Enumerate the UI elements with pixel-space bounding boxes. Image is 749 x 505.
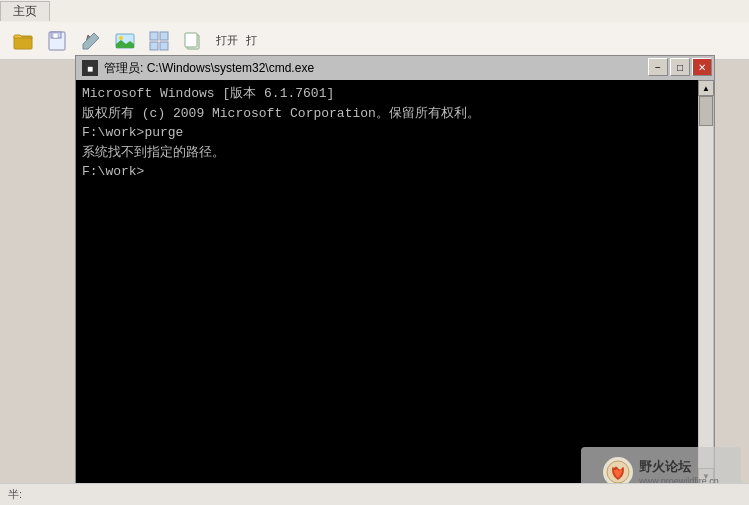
toolbar-open-label: 打开 [216, 33, 238, 48]
svg-rect-7 [160, 32, 168, 40]
cmd-scrollbar[interactable]: ▲ ▼ [698, 80, 714, 484]
toolbar-save-label: 打 [246, 33, 257, 48]
toolbar-btn-copy[interactable] [178, 27, 208, 55]
cmd-window: ■ 管理员: C:\Windows\system32\cmd.exe − □ ✕… [75, 55, 715, 485]
scrollbar-up-arrow[interactable]: ▲ [698, 80, 714, 96]
cmd-line-1: Microsoft Windows [版本 6.1.7601] [82, 84, 692, 104]
close-button[interactable]: ✕ [692, 58, 712, 76]
status-text: 半: [8, 487, 22, 502]
svg-rect-9 [160, 42, 168, 50]
toolbar-btn-edit[interactable] [76, 27, 106, 55]
cmd-body[interactable]: Microsoft Windows [版本 6.1.7601] 版权所有 (c)… [76, 80, 698, 484]
cmd-line-5: 系统找不到指定的路径。 [82, 143, 692, 163]
cmd-line-7: F:\work> [82, 162, 692, 182]
toolbar-btn-grid[interactable] [144, 27, 174, 55]
watermark-text-block: 野火论坛 www.proewildfire.cn [639, 458, 719, 486]
scrollbar-thumb[interactable] [699, 96, 713, 126]
tab-bar: 主页 [0, 0, 200, 22]
svg-rect-11 [185, 33, 197, 47]
cmd-icon-symbol: ■ [87, 63, 93, 74]
watermark-name: 野火论坛 [639, 458, 719, 476]
cmd-titlebar: ■ 管理员: C:\Windows\system32\cmd.exe − □ ✕ [76, 56, 714, 80]
cmd-content-row: Microsoft Windows [版本 6.1.7601] 版权所有 (c)… [76, 80, 714, 484]
tab-home-label: 主页 [13, 3, 37, 20]
svg-rect-6 [150, 32, 158, 40]
toolbar-btn-image[interactable] [110, 27, 140, 55]
minimize-button[interactable]: − [648, 58, 668, 76]
svg-rect-8 [150, 42, 158, 50]
cmd-title-text: 管理员: C:\Windows\system32\cmd.exe [104, 60, 708, 77]
scrollbar-track [699, 96, 713, 468]
cmd-line-2: 版权所有 (c) 2009 Microsoft Corporation。保留所有… [82, 104, 692, 124]
maximize-button[interactable]: □ [670, 58, 690, 76]
cmd-line-4: F:\work>purge [82, 123, 692, 143]
toolbar-btn-folder[interactable] [8, 27, 38, 55]
toolbar-btn-save[interactable] [42, 27, 72, 55]
svg-rect-3 [53, 33, 58, 38]
status-bar: 半: [0, 483, 749, 505]
background-toolbar: 主页 打开 打 [0, 0, 749, 60]
tab-home[interactable]: 主页 [0, 1, 50, 21]
svg-point-5 [119, 36, 123, 40]
cmd-icon: ■ [82, 60, 98, 76]
cmd-window-controls: − □ ✕ [648, 58, 712, 76]
